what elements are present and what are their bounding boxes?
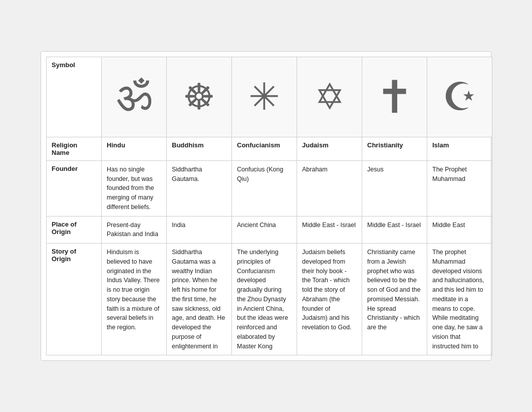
confucianism-place: Ancient China: [232, 216, 297, 244]
islam-story: The prophet Muhammad developed visions a…: [427, 244, 492, 355]
islam-founder: The Prophet Muhammad: [427, 160, 492, 216]
judaism-name: Judaism: [297, 137, 362, 160]
christianity-symbol-cell: ✝: [362, 57, 427, 137]
confucianism-symbol: ✳: [248, 75, 280, 119]
hindu-symbol-cell: ॐ: [102, 57, 167, 137]
buddhism-story: Siddhartha Gautama was a wealthy Indian …: [167, 244, 232, 355]
islam-name: Islam: [427, 137, 492, 160]
confucianism-symbol-cell: ✳: [232, 57, 297, 137]
islam-symbol-cell: ☪: [427, 57, 492, 137]
symbol-row: Symbol ॐ ☸ ✳ ✡ ✝ ☪: [47, 57, 492, 137]
hindu-symbol: ॐ: [116, 72, 152, 122]
confucianism-story: The underlying principles of Confucianis…: [232, 244, 297, 355]
comparison-table: Symbol ॐ ☸ ✳ ✡ ✝ ☪ Religion Name Hindu: [41, 51, 491, 361]
christianity-name: Christianity: [362, 137, 427, 160]
confucianism-name: Confucianism: [232, 137, 297, 160]
judaism-founder: Abraham: [297, 160, 362, 216]
judaism-story: Judaism beliefs developed from their hol…: [297, 244, 362, 355]
story-row: Story of Origin Hinduism is believed to …: [47, 244, 492, 355]
buddhism-symbol: ☸: [183, 76, 215, 118]
hindu-name: Hindu: [102, 137, 167, 160]
buddhism-name: Buddhism: [167, 137, 232, 160]
christianity-founder: Jesus: [362, 160, 427, 216]
story-row-label: Story of Origin: [47, 244, 102, 355]
buddhism-symbol-cell: ☸: [167, 57, 232, 137]
symbol-row-label: Symbol: [47, 57, 102, 137]
religion-name-row: Religion Name Hindu Buddhism Confucianis…: [47, 137, 492, 160]
christianity-story: Christianity came from a Jewish prophet …: [362, 244, 427, 355]
hindu-founder: Has no single founder, but was founded f…: [102, 160, 167, 216]
christianity-symbol: ✝: [376, 71, 413, 123]
buddhism-place: India: [167, 216, 232, 244]
place-row-label: Place of Origin: [47, 216, 102, 244]
hindu-story: Hinduism is believed to have originated …: [102, 244, 167, 355]
judaism-place: Middle East - Israel: [297, 216, 362, 244]
islam-symbol: ☪: [442, 74, 477, 120]
confucianism-founder: Confucius (Kong Qiu): [232, 160, 297, 216]
founder-row-label: Founder: [47, 160, 102, 216]
islam-place: Middle East: [427, 216, 492, 244]
religion-name-row-label: Religion Name: [47, 137, 102, 160]
place-row: Place of Origin Present-day Pakistan and…: [47, 216, 492, 244]
founder-row: Founder Has no single founder, but was f…: [47, 160, 492, 216]
christianity-place: Middle East - Israel: [362, 216, 427, 244]
hindu-place: Present-day Pakistan and India: [102, 216, 167, 244]
buddhism-founder: Siddhartha Gautama.: [167, 160, 232, 216]
judaism-symbol: ✡: [315, 76, 345, 118]
judaism-symbol-cell: ✡: [297, 57, 362, 137]
